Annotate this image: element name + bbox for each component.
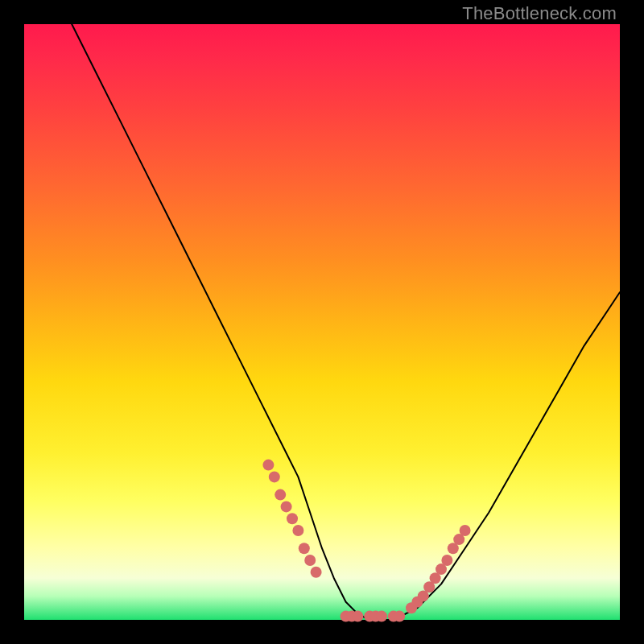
data-dot <box>281 501 292 512</box>
data-dot <box>311 567 322 578</box>
dot-cluster-floor <box>341 611 406 622</box>
data-dot <box>299 543 310 554</box>
data-dot <box>275 489 286 501</box>
data-dot <box>292 525 303 536</box>
data-dot <box>269 471 280 482</box>
bottleneck-curve <box>72 24 620 620</box>
data-dot <box>441 555 452 566</box>
data-dot <box>394 611 405 622</box>
data-dot <box>460 525 471 536</box>
chart-frame: TheBottleneck.com <box>0 0 644 644</box>
data-dot <box>376 611 387 622</box>
data-dot <box>352 611 363 622</box>
data-dot <box>262 460 274 471</box>
watermark-text: TheBottleneck.com <box>462 3 617 24</box>
dot-cluster-right <box>406 525 471 613</box>
chart-overlay <box>24 24 620 620</box>
data-dot <box>304 555 316 566</box>
data-dot <box>287 513 298 524</box>
